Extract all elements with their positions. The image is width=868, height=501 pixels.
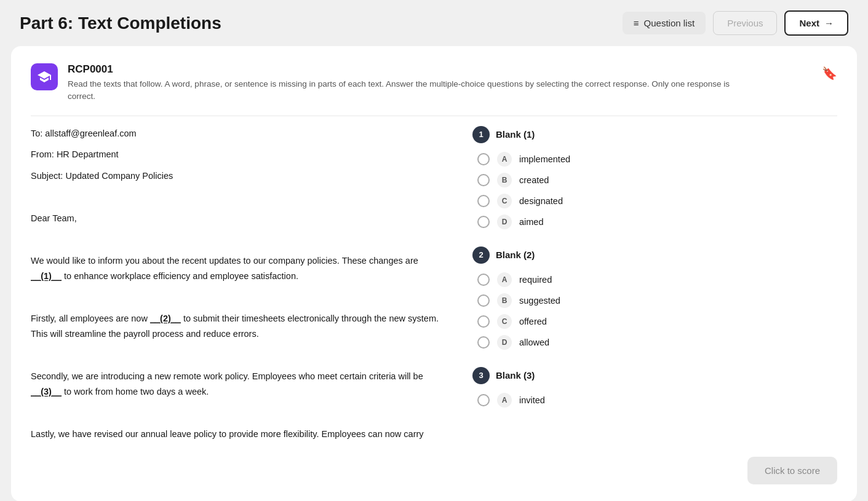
previous-button[interactable]: Previous: [713, 11, 777, 35]
option-text-1c: designated: [519, 196, 563, 206]
blank-section-1: 1 Blank (1) A implemented B created: [472, 126, 837, 229]
letter-badge-1b: B: [497, 173, 512, 187]
address-line-3: Subject: Updated Company Policies: [31, 168, 443, 184]
option-2d[interactable]: D allowed: [477, 335, 837, 350]
right-pane[interactable]: 1 Blank (1) A implemented B created: [455, 126, 837, 446]
blank-section-3: 3 Blank (3) A invited: [472, 367, 837, 408]
card-footer: Click to score: [31, 457, 837, 484]
content-area: To: allstaff@greenleaf.com From: HR Depa…: [31, 126, 837, 446]
option-text-2c: offered: [519, 317, 547, 326]
page-title: Part 6: Text Completions: [20, 14, 221, 33]
option-2a[interactable]: A required: [477, 272, 837, 287]
passage-text: To: allstaff@greenleaf.com From: HR Depa…: [31, 126, 443, 446]
page-header: Part 6: Text Completions ≡ Question list…: [0, 0, 868, 46]
radio-1b[interactable]: [477, 174, 490, 186]
option-2b[interactable]: B suggested: [477, 293, 837, 308]
blank-section-2: 2 Blank (2) A required B suggested: [472, 247, 837, 350]
bookmark-icon[interactable]: 🔖: [822, 66, 837, 81]
radio-2b[interactable]: [477, 294, 490, 307]
blank-3-header: 3 Blank (3): [472, 367, 837, 384]
radio-1c[interactable]: [477, 195, 490, 207]
blank-1-header: 1 Blank (1): [472, 126, 837, 143]
option-text-1a: implemented: [519, 154, 570, 164]
blank-1: __(1)__: [31, 271, 62, 281]
section-divider: [31, 116, 837, 116]
main-card: RCP0001 Read the texts that follow. A wo…: [11, 46, 857, 501]
arrow-right-icon: →: [824, 18, 834, 28]
blank-3: __(3)__: [31, 387, 62, 396]
option-text-2a: required: [519, 275, 552, 285]
blank-1-title: Blank (1): [496, 129, 535, 140]
letter-badge-1d: D: [497, 215, 512, 229]
blank-2-header: 2 Blank (2): [472, 247, 837, 264]
greeting: Dear Team,: [31, 211, 443, 226]
letter-badge-3a: A: [497, 393, 512, 408]
option-1b[interactable]: B created: [477, 173, 837, 187]
letter-badge-2d: D: [497, 335, 512, 350]
option-text-2b: suggested: [519, 296, 560, 306]
radio-1d[interactable]: [477, 216, 490, 228]
radio-2d[interactable]: [477, 336, 490, 349]
blank-1-number: 1: [472, 126, 490, 143]
option-text-1b: created: [519, 175, 549, 185]
paragraph-3: Secondly, we are introducing a new remot…: [31, 369, 443, 399]
radio-2c[interactable]: [477, 315, 490, 328]
address-line-2: From: HR Department: [31, 147, 443, 162]
radio-3a[interactable]: [477, 394, 490, 406]
graduation-cap-icon: [37, 69, 52, 84]
option-1a[interactable]: A implemented: [477, 152, 837, 167]
blank-2-title: Blank (2): [496, 250, 535, 260]
card-info: RCP0001 Read the texts that follow. A wo…: [68, 63, 744, 103]
card-id: RCP0001: [68, 63, 744, 76]
option-1c[interactable]: C designated: [477, 194, 837, 208]
radio-2a[interactable]: [477, 274, 490, 286]
blank-4: __(4)__: [232, 444, 263, 446]
left-pane[interactable]: To: allstaff@greenleaf.com From: HR Depa…: [31, 126, 455, 446]
letter-badge-2a: A: [497, 272, 512, 287]
next-button[interactable]: Next →: [784, 10, 848, 36]
paragraph-2: Firstly, all employees are now __(2)__ t…: [31, 311, 443, 341]
click-to-score-button[interactable]: Click to score: [747, 457, 837, 484]
card-description: Read the texts that follow. A word, phra…: [68, 78, 744, 103]
list-icon: ≡: [634, 18, 639, 28]
card-header-left: RCP0001 Read the texts that follow. A wo…: [31, 63, 744, 103]
blank-2-options: A required B suggested C offered: [472, 272, 837, 350]
radio-1a[interactable]: [477, 153, 490, 165]
address-line-1: To: allstaff@greenleaf.com: [31, 126, 443, 141]
blank-2-number: 2: [472, 247, 490, 264]
card-header: RCP0001 Read the texts that follow. A wo…: [31, 63, 837, 103]
option-2c[interactable]: C offered: [477, 314, 837, 329]
paragraph-4: Lastly, we have revised our annual leave…: [31, 427, 443, 445]
option-1d[interactable]: D aimed: [477, 215, 837, 229]
letter-badge-2c: C: [497, 314, 512, 329]
blank-3-title: Blank (3): [496, 370, 535, 381]
card-icon: [31, 63, 58, 90]
option-3a[interactable]: A invited: [477, 393, 837, 408]
blank-2: __(2)__: [150, 314, 181, 323]
paragraph-1: We would like to inform you about the re…: [31, 253, 443, 283]
blank-3-number: 3: [472, 367, 490, 384]
blank-3-options: A invited: [472, 393, 837, 408]
option-text-3a: invited: [519, 395, 545, 405]
question-list-button[interactable]: ≡ Question list: [623, 12, 706, 34]
letter-badge-1c: C: [497, 194, 512, 208]
letter-badge-2b: B: [497, 293, 512, 308]
letter-badge-1a: A: [497, 152, 512, 167]
option-text-2d: allowed: [519, 337, 549, 347]
header-actions: ≡ Question list Previous Next →: [623, 10, 848, 36]
blank-1-options: A implemented B created C designated: [472, 152, 837, 229]
option-text-1d: aimed: [519, 217, 544, 227]
